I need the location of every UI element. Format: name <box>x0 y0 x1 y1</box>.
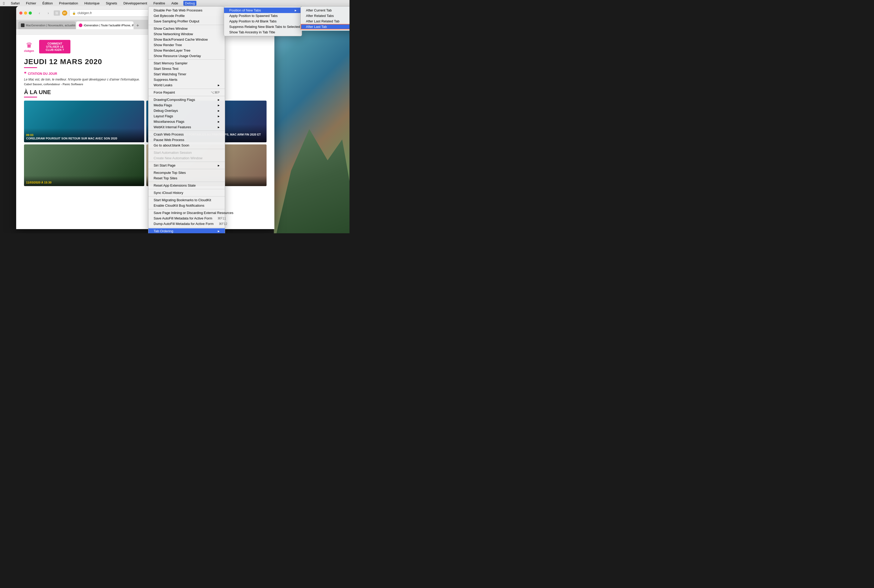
menu-layout-flags[interactable]: Layout Flags <box>148 113 225 119</box>
card-title-1: CORELDRAW POURSUIT SON RETOUR SUR MAC AV… <box>26 136 142 140</box>
menu-goto-blank[interactable]: Go to about:blank Soon <box>148 142 225 148</box>
submenu-apply-spawned[interactable]: Apply Position to Spawned Tabs <box>224 13 302 18</box>
sep-9 <box>148 182 225 182</box>
forward-button[interactable]: › <box>45 10 52 16</box>
site-header: ♛ clubgen COMMENT UTILISER LE CLUB IGEN … <box>24 40 266 53</box>
menu-reset-top[interactable]: Reset Top Sites <box>148 176 225 181</box>
tab-igeneration[interactable]: iGeneration | Toute l'actualité iPhone, … <box>76 21 134 29</box>
sep-11 <box>148 196 225 196</box>
submenu-after-last-related[interactable]: After Last Related Tab <box>301 18 349 24</box>
menu-world-leaks[interactable]: World Leaks <box>148 82 225 88</box>
menu-save-sampling[interactable]: Save Sampling Profiler Output <box>148 18 225 24</box>
submenu-suppress-relating[interactable]: Suppress Relating New Blank Tabs to Sele… <box>224 24 302 30</box>
submenu-position-new-tabs[interactable]: Position of New Tabs <box>224 8 302 13</box>
menu-start-watchdog[interactable]: Start Watchdog Timer <box>148 71 225 77</box>
fenetre-menu[interactable]: Fenêtre <box>152 1 166 5</box>
submenu-after-related[interactable]: After Related Tabs <box>301 13 349 18</box>
menu-siri-start[interactable]: Siri Start Page <box>148 163 225 168</box>
presentation-menu[interactable]: Présentation <box>58 1 79 5</box>
card-time-1: 09:03 <box>26 134 142 136</box>
mountain-decoration <box>277 129 349 233</box>
menu-debug-overlays[interactable]: Debug Overlays <box>148 108 225 113</box>
edition-menu[interactable]: Édition <box>41 1 54 5</box>
safari-menu[interactable]: Safari <box>10 1 21 5</box>
menu-save-autofill[interactable]: Save AutoFill Metadata for Active Form ⌘… <box>148 216 225 221</box>
apple-menu[interactable]:  <box>2 1 6 6</box>
menu-recompute-top[interactable]: Recompute Top Sites <box>148 170 225 176</box>
sep-6 <box>148 149 225 149</box>
menu-show-backfwd[interactable]: Show Back/Forward Cache Window <box>148 37 225 42</box>
menu-show-resource[interactable]: Show Resource Usage Overlay <box>148 53 225 58</box>
tab-label-1: MacGeneration | Nouveautés, actualités A… <box>26 24 76 27</box>
address-text: clubigen.fr <box>77 11 92 15</box>
sep-3 <box>148 88 225 89</box>
menu-reset-extensions[interactable]: Reset App Extensions State <box>148 183 225 188</box>
tab-macgeneration[interactable]: MacGeneration | Nouveautés, actualités A… <box>18 21 76 29</box>
menu-suppress-alerts[interactable]: Suppress Alerts <box>148 77 225 82</box>
browser-window: ‹ › ⬜ 8+ 🔒 clubigen.fr ⬇ ⬆ ⧉ MacGenerati… <box>16 6 274 229</box>
submenu-show-ancestry[interactable]: Show Tab Ancestry in Tab Title <box>224 30 302 35</box>
menu-save-page-inlining[interactable]: Save Page Inlining or Discarding Externa… <box>148 210 225 216</box>
developpement-menu[interactable]: Développement <box>122 1 148 5</box>
sep-10 <box>148 189 225 189</box>
sep-13 <box>148 227 225 228</box>
maximize-button[interactable] <box>29 12 32 15</box>
page-title: JEUDI 12 MARS 2020 <box>24 58 266 66</box>
back-button[interactable]: ‹ <box>36 10 43 16</box>
menu-pause-web[interactable]: Pause Web Process <box>148 137 225 142</box>
sep-1 <box>148 25 225 25</box>
card-3[interactable]: 11/03/2020 À 15:30 <box>24 144 144 186</box>
menu-dump-autofill[interactable]: Dump AutoFill Metadata for Active Form ⌘… <box>148 221 225 226</box>
aide-menu[interactable]: Aide <box>170 1 179 5</box>
tab-favicon-1 <box>21 24 24 27</box>
sep-7 <box>148 162 225 162</box>
citation-text: Le Mac est, de loin, le meilleur. N'impo… <box>24 77 266 82</box>
logo-text: clubgen <box>24 50 34 52</box>
new-tab-button[interactable]: + <box>134 22 141 29</box>
menu-show-render-tree[interactable]: Show Render Tree <box>148 42 225 48</box>
section-une-title: À LA UNE <box>24 89 266 96</box>
card-coreldraw[interactable]: 09:03 CORELDRAW POURSUIT SON RETOUR SUR … <box>24 100 144 142</box>
card-overlay-3: 11/03/2020 À 15:30 <box>24 176 144 186</box>
cards-grid: 09:03 CORELDRAW POURSUIT SON RETOUR SUR … <box>24 100 266 186</box>
signets-menu[interactable]: Signets <box>105 1 118 5</box>
menu-tab-ordering[interactable]: Tab Ordering <box>148 228 225 233</box>
close-button[interactable] <box>19 12 23 15</box>
menu-drawing-flags[interactable]: Drawing/Compositing Flags <box>148 97 225 102</box>
menu-disable-per-tab[interactable]: Disable Per-Tab Web Processes <box>148 8 225 13</box>
card-overlay-1: 09:03 CORELDRAW POURSUIT SON RETOUR SUR … <box>24 128 144 142</box>
menu-show-networking[interactable]: Show Networking Window <box>148 31 225 37</box>
menu-crash-web[interactable]: Crash Web Process <box>148 132 225 137</box>
submenu-after-last-tab[interactable]: After Last Tab <box>301 24 349 30</box>
menu-media-flags[interactable]: Media Flags <box>148 102 225 108</box>
submenu-apply-blank[interactable]: Apply Position to All Blank Tabs <box>224 18 302 24</box>
citation-author: Cabel Sasser, cofondateur - Panic Softwa… <box>24 82 266 86</box>
menu-start-memory[interactable]: Start Memory Sampler <box>148 60 225 66</box>
fichier-menu[interactable]: Fichier <box>25 1 37 5</box>
historique-menu[interactable]: Historique <box>83 1 101 5</box>
citation-section: ❝ CITATION DU JOUR Le Mac est, de loin, … <box>24 71 266 86</box>
title-divider <box>24 67 37 68</box>
sep-8 <box>148 169 225 169</box>
menu-show-renderlayer[interactable]: Show RenderLayer Tree <box>148 48 225 53</box>
logo-crown: ♛ <box>26 41 32 50</box>
submenu-after-current[interactable]: After Current Tab <box>301 8 349 13</box>
menu-enable-cloudkit[interactable]: Enable CloudKit Bug Notifications <box>148 203 225 208</box>
menu-start-automation: Start Automation Session <box>148 150 225 155</box>
traffic-lights <box>19 12 32 15</box>
force-repaint-shortcut: ⌥⌘P <box>211 91 220 94</box>
save-autofill-shortcut: ⌘F11 <box>218 217 226 220</box>
menu-start-stress[interactable]: Start Stress Test <box>148 66 225 71</box>
menu-show-caches[interactable]: Show Caches Window <box>148 26 225 31</box>
menu-misc-flags[interactable]: Miscellaneous Flags <box>148 119 225 124</box>
cta-button[interactable]: COMMENT UTILISER LE CLUB IGEN ? <box>39 40 71 53</box>
menu-get-bytecode[interactable]: Get Bytecode Profile <box>148 13 225 18</box>
menu-webkit-internal[interactable]: WebKit Internal Features <box>148 124 225 130</box>
menu-sync-icloud[interactable]: Sync iCloud History <box>148 190 225 195</box>
debug-menu-trigger[interactable]: Debug <box>184 1 196 6</box>
minimize-button[interactable] <box>24 12 27 15</box>
une-divider <box>24 97 37 98</box>
menu-force-repaint[interactable]: Force Repaint ⌥⌘P <box>148 90 225 95</box>
sidebar-toggle[interactable]: ⬜ <box>54 10 60 16</box>
menu-start-migrating[interactable]: Start Migrating Bookmarks to CloudKit <box>148 197 225 203</box>
